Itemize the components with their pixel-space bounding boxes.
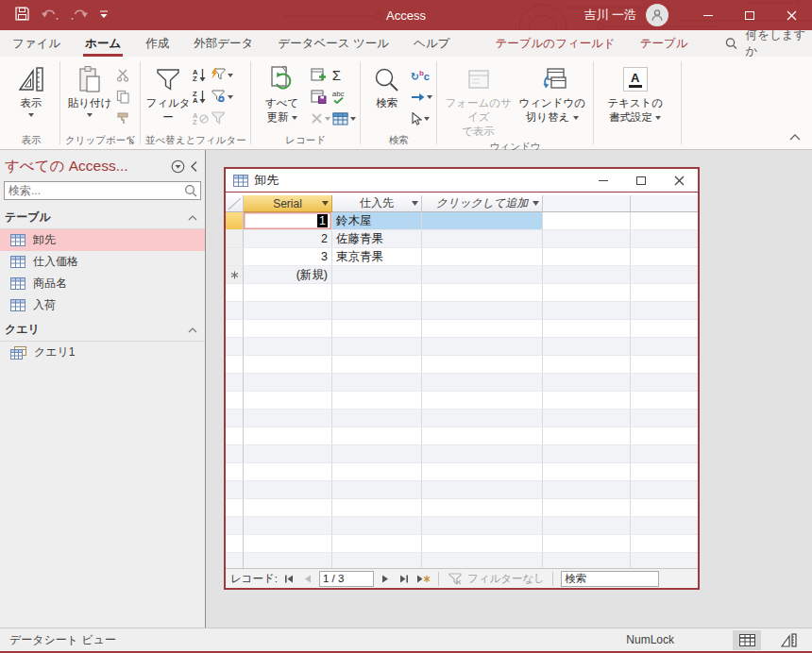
next-record-button[interactable] (378, 571, 393, 586)
cell-add-new[interactable] (422, 266, 543, 284)
selection-filter-button[interactable] (211, 66, 233, 84)
current-cell-serial[interactable]: 1 (244, 212, 332, 230)
more-records-button[interactable] (332, 109, 356, 127)
new-record-selector[interactable] (226, 266, 244, 284)
select-all-corner-cell[interactable] (226, 195, 244, 212)
empty-row (226, 338, 698, 356)
spelling-button[interactable]: abc (332, 88, 356, 106)
clipboard-dialog-launcher-icon[interactable] (127, 137, 135, 145)
size-to-fit-form-button[interactable]: フォームのサイズ で表示 (442, 59, 516, 139)
nav-search-box (4, 181, 201, 200)
goto-button[interactable] (411, 88, 432, 106)
maximize-button[interactable] (729, 0, 770, 30)
nav-item-table-orosaki[interactable]: 卸先 (0, 229, 205, 251)
switch-windows-button[interactable]: ウィンドウの 切り替え (516, 59, 589, 125)
advanced-filter-button[interactable] (211, 88, 233, 106)
delete-record-button[interactable] (311, 109, 330, 127)
design-view-button[interactable] (774, 630, 803, 650)
save-icon[interactable] (14, 6, 30, 25)
last-record-button[interactable] (397, 571, 412, 586)
record-search-input[interactable] (561, 571, 659, 587)
nav-search-input[interactable] (5, 184, 184, 197)
nav-pane-title: すべての Access... (5, 157, 166, 176)
tab-external-data[interactable]: 外部データ (181, 30, 265, 57)
filter-indicator[interactable] (447, 571, 464, 586)
cell-supplier[interactable]: 鈴木屋 (332, 212, 422, 230)
user-avatar[interactable] (646, 4, 668, 26)
redo-icon[interactable] (70, 8, 89, 24)
cell-add-new[interactable] (422, 230, 543, 248)
view-button[interactable]: 表示 (7, 59, 56, 117)
tab-help[interactable]: ヘルプ (401, 30, 462, 57)
collapse-ribbon-button[interactable] (789, 130, 801, 143)
cell-add-new[interactable] (332, 266, 422, 284)
datasheet-view-button[interactable] (733, 630, 761, 650)
cell-supplier[interactable]: 東京青果 (332, 248, 422, 266)
toggle-filter-button[interactable] (211, 109, 233, 127)
nav-item-table-shouhinmei[interactable]: 商品名 (0, 273, 205, 294)
nav-item-table-shiire-kakaku[interactable]: 仕入価格 (0, 251, 205, 273)
nav-section-queries[interactable]: クエリ (0, 316, 205, 342)
remove-sort-button[interactable]: AZ (193, 109, 209, 127)
cell-supplier[interactable]: 佐藤青果 (332, 230, 422, 248)
current-row-selector[interactable] (226, 212, 244, 230)
undo-icon[interactable] (41, 8, 59, 24)
new-record-nav-icon (416, 575, 431, 583)
cell-serial[interactable]: 3 (244, 248, 332, 266)
nav-pane-menu-icon[interactable] (171, 159, 185, 174)
sort-ascending-button[interactable]: AZ (193, 66, 209, 84)
column-dropdown-icon[interactable] (533, 201, 539, 206)
column-header-serial[interactable]: Serial (244, 195, 332, 212)
cell-new-record[interactable]: (新規) (244, 266, 332, 284)
row-selector[interactable] (226, 230, 244, 248)
record-position-input[interactable] (319, 571, 374, 587)
refresh-all-button[interactable]: すべて 更新 (256, 59, 309, 125)
nav-item-table-nyuka[interactable]: 入荷 (0, 294, 205, 316)
user-name[interactable]: 吉川 一浩 (584, 7, 636, 24)
column-header-add-new[interactable]: クリックして追加 (422, 195, 543, 212)
row-selector[interactable] (226, 248, 244, 266)
nav-search-magnifier-icon[interactable] (184, 184, 197, 197)
document-close-button[interactable] (660, 169, 698, 192)
first-record-button[interactable] (281, 571, 296, 586)
cell-add-new[interactable] (422, 248, 543, 266)
find-button[interactable]: 検索 (365, 59, 409, 110)
tab-table[interactable]: テーブル (628, 30, 701, 57)
copy-button[interactable] (116, 88, 130, 106)
cell-add-new[interactable] (422, 212, 543, 230)
quick-access-toolbar (0, 6, 109, 25)
format-painter-button[interactable] (116, 109, 130, 127)
find-group-label: 検索 (365, 132, 432, 149)
tab-create[interactable]: 作成 (133, 30, 181, 57)
replace-button[interactable]: ↻bc (411, 66, 432, 84)
nav-item-query-1[interactable]: クエリ1 (0, 342, 205, 363)
column-dropdown-icon[interactable] (412, 201, 418, 206)
column-header-supplier[interactable]: 仕入先 (332, 195, 422, 212)
paste-button[interactable]: 貼り付け (65, 59, 114, 117)
shutter-bar-close-icon[interactable] (190, 160, 198, 173)
sort-descending-button[interactable]: ZA (193, 88, 209, 106)
cell-serial[interactable]: 2 (244, 230, 332, 248)
text-formatting-button[interactable]: A テキストの 書式設定 (599, 59, 672, 125)
new-record-button[interactable] (311, 66, 330, 84)
minimize-button[interactable] (687, 0, 729, 30)
filter-button[interactable]: フィルター (145, 59, 191, 125)
document-maximize-button[interactable] (622, 169, 660, 192)
cut-button[interactable] (116, 66, 130, 84)
qat-customize-icon[interactable] (99, 8, 109, 22)
tab-file[interactable]: ファイル (0, 30, 73, 57)
select-button[interactable] (411, 109, 432, 127)
close-button[interactable] (770, 0, 812, 30)
nav-section-tables[interactable]: テーブル (0, 204, 205, 229)
tab-table-fields[interactable]: テーブルのフィールド (482, 30, 627, 57)
column-dropdown-icon[interactable] (322, 201, 329, 206)
new-record-row: (新規) (226, 266, 698, 284)
save-record-button[interactable] (311, 88, 330, 106)
tab-home[interactable]: ホーム (73, 30, 133, 57)
tell-me-box[interactable]: 何をしますか (725, 30, 812, 57)
document-minimize-button[interactable] (584, 169, 622, 192)
tab-database-tools[interactable]: データベース ツール (265, 30, 401, 57)
new-record-nav-button[interactable] (415, 571, 431, 586)
totals-button[interactable]: Σ (332, 66, 356, 84)
previous-record-button[interactable] (300, 571, 315, 586)
